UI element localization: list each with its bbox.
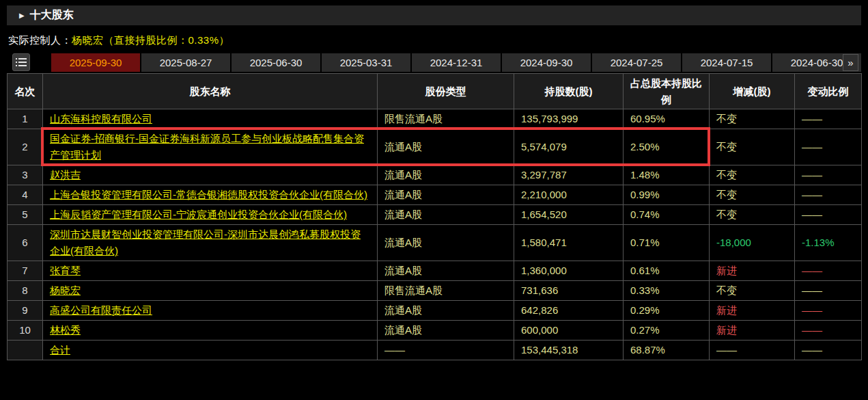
shareholder-row: 10林松秀流通A股600,0000.27%新进——: [8, 321, 862, 341]
shareholder-row: 1山东海科控股有限公司限售流通A股135,793,99960.95%不变——: [8, 109, 862, 129]
tab-date-2025-06-30[interactable]: 2025-06-30: [232, 53, 320, 72]
column-header: 股份类型: [378, 74, 514, 109]
tab-date-2024-09-30[interactable]: 2024-09-30: [502, 53, 591, 72]
change-pct-cell: ——: [795, 185, 862, 205]
shares-held-cell: 1,360,000: [514, 261, 624, 281]
list-icon-button[interactable]: [12, 53, 30, 71]
tab-date-2024-12-31[interactable]: 2024-12-31: [412, 53, 501, 72]
shareholder-link[interactable]: 赵洪吉: [50, 169, 81, 181]
column-header: 增减(股): [710, 74, 795, 109]
total-row: 合计——153,445,31868.87%————: [8, 341, 862, 360]
list-icon: [16, 57, 27, 67]
shares-held-cell: 1,580,471: [514, 225, 624, 261]
change-pct-cell: ——: [795, 205, 862, 225]
tab-date-2024-07-15[interactable]: 2024-07-15: [682, 53, 771, 72]
change-shares-cell: -18,000: [710, 225, 795, 261]
shareholders-table-wrap: 名次股东名称股份类型持股数(股)占总股本持股比例增减(股)变动比例 1山东海科控…: [7, 73, 861, 360]
change-shares-cell: 不变: [710, 109, 795, 129]
change-shares-cell: 不变: [710, 281, 795, 301]
shareholder-link[interactable]: 上海合银投资管理有限公司-常德合银湘德股权投资合伙企业(有限合伙): [50, 189, 367, 200]
ownership-pct-cell: 0.61%: [624, 261, 710, 281]
change-pct-cell: ——: [795, 109, 862, 129]
shareholder-row: 5上海辰韬资产管理有限公司-宁波宸通创业投资合伙企业(有限合伙)流通A股1,65…: [8, 205, 862, 225]
change-shares-cell: 新进: [710, 321, 795, 341]
shareholder-name-cell: 上海辰韬资产管理有限公司-宁波宸通创业投资合伙企业(有限合伙): [43, 205, 378, 225]
change-shares-cell: 不变: [710, 205, 795, 225]
rank-cell: 5: [8, 205, 43, 225]
shareholder-name-cell: 林松秀: [43, 321, 378, 341]
column-header: 持股数(股): [514, 74, 624, 109]
change-pct-cell: ——: [795, 261, 862, 281]
shareholder-row: 7张育琴流通A股1,360,0000.61%新进——: [8, 261, 862, 281]
tab-date-2025-09-30[interactable]: 2025-09-30: [51, 53, 140, 72]
date-tabs: 2025-09-302025-08-272025-06-302025-03-31…: [51, 53, 861, 72]
share-type-cell: 流通A股: [378, 225, 514, 261]
rank-cell: 10: [8, 321, 43, 341]
shareholder-link[interactable]: 上海辰韬资产管理有限公司-宁波宸通创业投资合伙企业(有限合伙): [50, 209, 347, 220]
ownership-pct-cell: 0.33%: [624, 281, 710, 301]
shareholder-row: 2国金证券-招商银行-国金证券海科新源员工参与创业板战略配售集合资产管理计划流通…: [8, 129, 862, 165]
tab-date-2025-03-31[interactable]: 2025-03-31: [322, 53, 410, 72]
shareholder-name-cell: 上海合银投资管理有限公司-常德合银湘德股权投资合伙企业(有限合伙): [43, 185, 378, 205]
shareholder-link[interactable]: 杨晓宏: [50, 284, 81, 296]
rank-cell: 1: [8, 109, 43, 129]
change-pct-cell: -1.13%: [795, 225, 862, 261]
change-shares-cell: 不变: [710, 185, 795, 205]
shareholder-link[interactable]: 张育琴: [50, 265, 81, 276]
ownership-pct-cell: 0.71%: [624, 225, 710, 261]
change-pct-cell: ——: [795, 129, 862, 165]
shareholder-name-cell: 杨晓宏: [43, 281, 378, 301]
shareholder-name-cell: 山东海科控股有限公司: [43, 109, 378, 129]
rank-cell: 4: [8, 185, 43, 205]
change-pct-cell: ——: [795, 281, 862, 301]
rank-cell: 7: [8, 261, 43, 281]
change-pct-cell: ——: [795, 321, 862, 341]
share-type-cell: 限售流通A股: [378, 109, 514, 129]
rank-cell: 8: [8, 281, 43, 301]
tab-date-2024-07-25[interactable]: 2024-07-25: [592, 53, 681, 72]
share-type-cell: ——: [378, 341, 514, 360]
column-header: 名次: [8, 74, 43, 109]
share-type-cell: 流通A股: [378, 185, 514, 205]
ownership-pct-cell: 0.27%: [624, 321, 710, 341]
shareholder-name-cell: 国金证券-招商银行-国金证券海科新源员工参与创业板战略配售集合资产管理计划: [43, 129, 378, 165]
column-header: 占总股本持股比例: [624, 74, 710, 109]
shareholder-link[interactable]: 林松秀: [50, 324, 81, 336]
shareholder-name-cell: 高盛公司有限责任公司: [43, 301, 378, 321]
shareholder-link[interactable]: 合计: [50, 344, 70, 356]
shareholder-link[interactable]: 高盛公司有限责任公司: [50, 304, 152, 316]
change-pct-cell: ——: [795, 341, 862, 360]
share-type-cell: 流通A股: [378, 301, 514, 321]
ownership-pct-cell: 68.87%: [624, 341, 710, 360]
table-header-row: 名次股东名称股份类型持股数(股)占总股本持股比例增减(股)变动比例: [8, 74, 862, 109]
tab-date-2025-08-27[interactable]: 2025-08-27: [141, 53, 230, 72]
controller-label: 实际控制人：: [8, 34, 72, 46]
shareholder-link[interactable]: 深圳市达晨财智创业投资管理有限公司-深圳市达晨创鸿私募股权投资企业(有限合伙): [50, 228, 361, 256]
actual-controller-line: 实际控制人：杨晓宏（直接持股比例：0.33%）: [8, 34, 861, 47]
tabs-more-button[interactable]: »: [843, 54, 858, 71]
expand-arrow-icon[interactable]: ▶: [19, 12, 25, 19]
ownership-pct-cell: 1.48%: [624, 165, 710, 185]
shareholder-row: 4上海合银投资管理有限公司-常德合银湘德股权投资合伙企业(有限合伙)流通A股2,…: [8, 185, 862, 205]
shares-held-cell: 642,826: [514, 301, 624, 321]
shareholder-link[interactable]: 山东海科控股有限公司: [50, 113, 152, 124]
change-shares-cell: 新进: [710, 261, 795, 281]
share-type-cell: 流通A股: [378, 165, 514, 185]
share-type-cell: 流通A股: [378, 321, 514, 341]
share-type-cell: 流通A股: [378, 129, 514, 165]
rank-cell: 3: [8, 165, 43, 185]
shareholder-name-cell: 赵洪吉: [43, 165, 378, 185]
ownership-pct-cell: 0.74%: [624, 205, 710, 225]
ownership-pct-cell: 0.99%: [624, 185, 710, 205]
change-shares-cell: 新进: [710, 301, 795, 321]
change-shares-cell: ——: [710, 341, 795, 360]
report-date-tabbar: 2025-09-302025-08-272025-06-302025-03-31…: [7, 53, 861, 72]
shareholder-name-cell: 合计: [43, 341, 378, 360]
shareholders-table: 名次股东名称股份类型持股数(股)占总股本持股比例增减(股)变动比例 1山东海科控…: [7, 73, 862, 360]
shareholder-name-cell: 深圳市达晨财智创业投资管理有限公司-深圳市达晨创鸿私募股权投资企业(有限合伙): [43, 225, 378, 261]
ownership-pct-cell: 0.29%: [624, 301, 710, 321]
change-shares-cell: 不变: [710, 165, 795, 185]
shareholder-link[interactable]: 国金证券-招商银行-国金证券海科新源员工参与创业板战略配售集合资产管理计划: [50, 133, 364, 161]
shares-held-cell: 153,445,318: [514, 341, 624, 360]
shareholder-row: 6深圳市达晨财智创业投资管理有限公司-深圳市达晨创鸿私募股权投资企业(有限合伙)…: [8, 225, 862, 261]
